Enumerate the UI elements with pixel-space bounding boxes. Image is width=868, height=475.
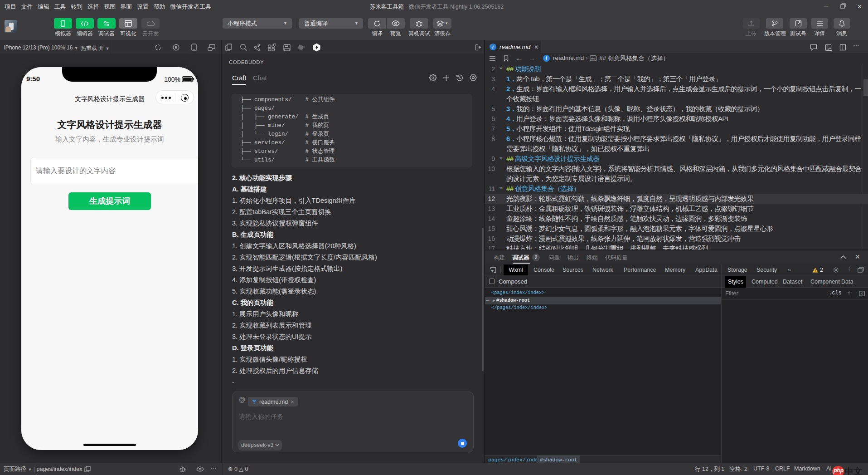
svg-text:abc: abc [591, 57, 596, 60]
